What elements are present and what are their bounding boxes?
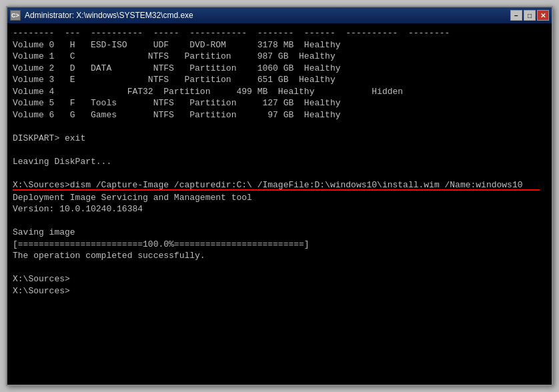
cmd-icon: C> [10,10,21,21]
minimize-button[interactable]: − [510,10,522,21]
cmd-window: C> Administrator: X:\windows\SYSTEM32\cm… [6,6,553,386]
dism-command-line: X:\Sources>dism /Capture-Image /captured… [13,180,523,190]
volume-0: Volume 0 H ESD-ISO UDF DVD-ROM 3178 MB H… [13,40,340,50]
title-bar-buttons: − □ ✕ [510,10,549,21]
success-message: The operation completed successfully. [13,251,205,261]
maximize-button[interactable]: □ [524,10,536,21]
prompt-2: X:\Sources> [13,286,70,296]
dism-tool-name: Deployment Image Servicing and Managemen… [13,193,252,203]
diskpart-exit: DISKPART> exit [13,133,85,143]
leaving-diskpart: Leaving DiskPart... [13,157,111,167]
terminal-output: -------- --- ---------- ----- ----------… [13,27,546,191]
separator-line: -------- --- ---------- ----- ----------… [13,28,450,38]
volume-3: Volume 3 E NTFS Partition 651 GB Healthy [13,75,336,85]
prompt-1: X:\Sources> [13,274,70,284]
dism-version: Version: 10.0.10240.16384 [13,204,143,214]
saving-image-label: Saving image [13,227,75,237]
title-bar-text: Administrator: X:\windows\SYSTEM32\cmd.e… [25,11,193,20]
volume-6: Volume 6 G Games NTFS Partition 97 GB He… [13,110,340,120]
title-bar-left: C> Administrator: X:\windows\SYSTEM32\cm… [10,10,193,21]
title-bar: C> Administrator: X:\windows\SYSTEM32\cm… [7,7,552,23]
progress-bar: [========================100.0%=========… [13,239,310,249]
volume-5: Volume 5 F Tools NTFS Partition 127 GB H… [13,98,340,108]
volume-4: Volume 4 FAT32 Partition 499 MB Healthy … [13,87,403,97]
terminal-output-2: Deployment Image Servicing and Managemen… [13,192,546,297]
volume-2: Volume 2 D DATA NTFS Partition 1060 GB H… [13,63,340,73]
close-button[interactable]: ✕ [537,10,549,21]
volume-1: Volume 1 C NTFS Partition 987 GB Healthy [13,51,336,61]
terminal-area[interactable]: -------- --- ---------- ----- ----------… [7,23,552,385]
